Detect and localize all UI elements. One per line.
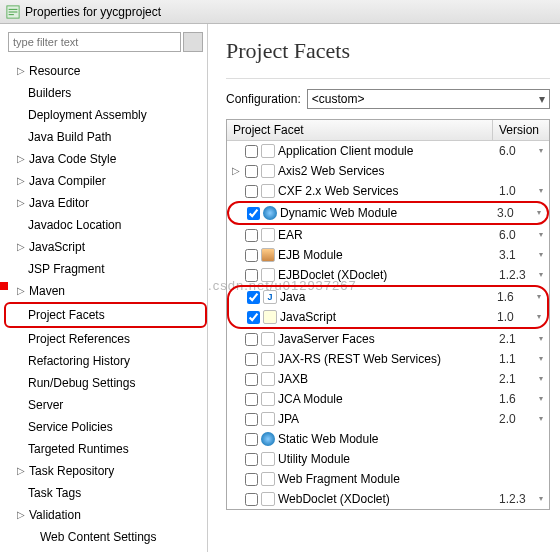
facet-row[interactable]: EJB Module3.1 [227,245,549,265]
expander-icon[interactable]: ▷ [16,67,25,76]
facet-version[interactable]: 1.2.3 [493,265,549,285]
facet-row[interactable]: EJBDoclet (XDoclet)1.2.3 [227,265,549,285]
facet-name: EAR [278,226,303,244]
facet-checkbox[interactable] [245,333,258,346]
facet-version[interactable]: 1.0 [491,307,547,327]
facet-name: JAXB [278,370,308,388]
tree-item-resource[interactable]: ▷Resource [4,60,207,82]
facet-version[interactable]: 2.1 [493,369,549,389]
tree-item-javascript[interactable]: ▷JavaScript [4,236,207,258]
tree-item-web-page-editor[interactable]: Web Page Editor [4,548,207,552]
expander-icon[interactable]: ▷ [16,243,25,252]
tree-item-task-tags[interactable]: Task Tags [4,482,207,504]
facet-version[interactable]: 1.6 [491,287,547,307]
facet-checkbox[interactable] [245,185,258,198]
facet-checkbox[interactable] [245,453,258,466]
facet-checkbox[interactable] [245,353,258,366]
tree-item-service-policies[interactable]: Service Policies [4,416,207,438]
tree-item-web-content-settings[interactable]: Web Content Settings [4,526,207,548]
facet-row[interactable]: ▷Axis2 Web Services [227,161,549,181]
facet-checkbox[interactable] [245,413,258,426]
facet-version[interactable]: 3.0 [491,203,547,223]
tree-item-run-debug-settings[interactable]: Run/Debug Settings [4,372,207,394]
facet-checkbox[interactable] [245,145,258,158]
clear-filter-button[interactable] [183,32,203,52]
configuration-combo[interactable]: <custom> [307,89,550,109]
facet-version[interactable]: 2.1 [493,329,549,349]
col-header-version[interactable]: Version [493,120,549,140]
facet-checkbox[interactable] [245,493,258,506]
expander-icon[interactable]: ▷ [16,177,25,186]
tree-item-project-references[interactable]: Project References [4,328,207,350]
tree-item-refactoring-history[interactable]: Refactoring History [4,350,207,372]
expander-icon[interactable]: ▷ [16,287,25,296]
facet-version[interactable]: 1.1 [493,349,549,369]
facet-version[interactable] [493,478,549,480]
facet-checkbox[interactable] [247,311,260,324]
page-title: Project Facets [226,38,550,64]
expander-icon[interactable]: ▷ [16,199,25,208]
tree-item-builders[interactable]: Builders [4,82,207,104]
facet-row[interactable]: Static Web Module [227,429,549,449]
tree-item-java-compiler[interactable]: ▷Java Compiler [4,170,207,192]
facet-row[interactable]: EAR6.0 [227,225,549,245]
facet-checkbox[interactable] [245,393,258,406]
tree-item-maven[interactable]: ▷Maven [4,280,207,302]
facet-row[interactable]: JCA Module1.6 [227,389,549,409]
facet-version[interactable]: 2.0 [493,409,549,429]
facet-row[interactable]: JPA2.0 [227,409,549,429]
tree-item-deployment-assembly[interactable]: Deployment Assembly [4,104,207,126]
facet-checkbox[interactable] [245,473,258,486]
filter-input[interactable] [8,32,181,52]
facet-checkbox[interactable] [245,249,258,262]
facet-row[interactable]: Utility Module [227,449,549,469]
facet-checkbox[interactable] [247,291,260,304]
tree-item-label: Deployment Assembly [28,106,147,124]
tree-item-task-repository[interactable]: ▷Task Repository [4,460,207,482]
tree-item-project-facets[interactable]: Project Facets [4,302,207,328]
file-icon [261,164,275,178]
facet-version[interactable]: 1.2.3 [493,489,549,509]
facet-version[interactable]: 6.0 [493,225,549,245]
facet-expander-icon[interactable]: ▷ [230,162,242,180]
facet-checkbox[interactable] [245,229,258,242]
facet-row[interactable]: JJava1.6 [229,287,547,307]
facet-version[interactable]: 3.1 [493,245,549,265]
tree-item-targeted-runtimes[interactable]: Targeted Runtimes [4,438,207,460]
expander-icon[interactable]: ▷ [16,511,25,520]
tree-item-server[interactable]: Server [4,394,207,416]
tree-item-java-build-path[interactable]: Java Build Path [4,126,207,148]
facet-checkbox[interactable] [245,373,258,386]
highlight-circle: Dynamic Web Module3.0 [227,201,549,225]
facet-row[interactable]: Dynamic Web Module3.0 [229,203,547,223]
expander-icon[interactable]: ▷ [16,467,25,476]
facet-version[interactable] [493,438,549,440]
facet-row[interactable]: CXF 2.x Web Services1.0 [227,181,549,201]
facet-row[interactable]: JavaServer Faces2.1 [227,329,549,349]
facet-row[interactable]: JAX-RS (REST Web Services)1.1 [227,349,549,369]
facet-version[interactable]: 6.0 [493,141,549,161]
tree-item-java-editor[interactable]: ▷Java Editor [4,192,207,214]
tree-item-java-code-style[interactable]: ▷Java Code Style [4,148,207,170]
facet-version[interactable]: 1.6 [493,389,549,409]
file-icon [261,228,275,242]
facet-version[interactable]: 1.0 [493,181,549,201]
col-header-facet[interactable]: Project Facet [227,120,493,140]
expander-icon[interactable]: ▷ [16,155,25,164]
file-icon [261,144,275,158]
facet-row[interactable]: JavaScript1.0 [229,307,547,327]
tree-item-jsp-fragment[interactable]: JSP Fragment [4,258,207,280]
facet-checkbox[interactable] [245,269,258,282]
tree-item-javadoc-location[interactable]: Javadoc Location [4,214,207,236]
facet-row[interactable]: WebDoclet (XDoclet)1.2.3 [227,489,549,509]
facet-row[interactable]: Application Client module6.0 [227,141,549,161]
facet-row[interactable]: JAXB2.1 [227,369,549,389]
facet-row[interactable]: Web Fragment Module [227,469,549,489]
tree-item-label: Builders [28,84,71,102]
facet-checkbox[interactable] [245,433,258,446]
tree-item-validation[interactable]: ▷Validation [4,504,207,526]
facet-checkbox[interactable] [245,165,258,178]
facet-checkbox[interactable] [247,207,260,220]
facet-version[interactable] [493,170,549,172]
facet-version[interactable] [493,458,549,460]
